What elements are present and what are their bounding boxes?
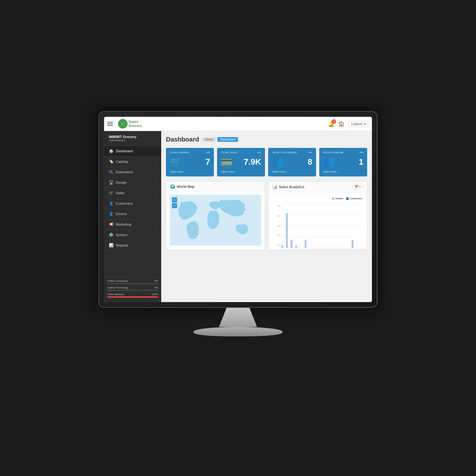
stat-cards-row: TOTAL ORDERS 0% 🛒 7 View more... T [166, 148, 367, 176]
chevron-right-icon: › [155, 212, 156, 215]
monitor-stand-neck [219, 308, 257, 327]
stat-card-people-online[interactable]: PEOPLE ONLINE 0% 👥 1 View more... [319, 148, 367, 176]
breadcrumb: Home Dashboard [202, 137, 238, 142]
stat-card-percent: 0% [206, 151, 210, 154]
widget-actions: 📅 ▾ [352, 184, 363, 189]
sidebar-item-sales[interactable]: 🛒 Sales › [104, 188, 161, 198]
zoom-in-button[interactable]: + [172, 197, 177, 202]
sidebar-item-catalog[interactable]: 🏷️ Catalog › [104, 156, 161, 167]
map-zoom-controls: + − [172, 197, 177, 208]
customers-icon: 👤 [109, 201, 113, 206]
sidebar-item-label: System [116, 233, 128, 237]
legend-customers: Customers [346, 197, 362, 200]
legend-customers-color [346, 197, 349, 200]
progress-label: Orders Processing [107, 286, 128, 289]
widget-title: 📊 Sales Analytics [272, 184, 304, 189]
main-layout: IMMWIT Grocery Administrator 🏠 Dashboard [104, 131, 372, 302]
chevron-right-icon: › [155, 160, 156, 163]
stat-card-total-sales[interactable]: TOTAL SALES 0% 💳 7.9K View more... [217, 148, 265, 176]
sidebar-user: IMMWIT Grocery Administrator [104, 131, 161, 146]
stat-card-link[interactable]: View more... [221, 170, 261, 173]
progress-orders-completed: Orders Completed 0% [107, 280, 158, 284]
sidebar-nav: 🏠 Dashboard 🏷️ Catalog › [104, 146, 161, 277]
design-icon: 🖥️ [109, 180, 113, 185]
stat-card-link[interactable]: View more... [323, 170, 363, 173]
stat-card-value: 1 [359, 157, 363, 167]
breadcrumb-home[interactable]: Home [202, 137, 216, 142]
bar-orders [295, 245, 297, 248]
sales-icon: 🛒 [109, 191, 113, 195]
zoom-out-button[interactable]: − [172, 203, 177, 208]
sidebar-item-marketing[interactable]: 📢 Marketing › [104, 219, 161, 230]
monitor-stand-base [194, 327, 282, 336]
sales-analytics-widget: 📊 Sales Analytics 📅 ▾ [268, 181, 367, 250]
progress-other-statuses: Other Statuses 100% [107, 293, 158, 298]
chevron-right-icon: › [155, 202, 156, 205]
y-axis: 5.0 4.0 3.0 2.0 1.0 [272, 203, 281, 248]
logout-button[interactable]: Logout ↪ [348, 121, 369, 127]
stat-card-title: TOTAL SALES [221, 151, 238, 154]
sidebar-role: Administrator [109, 139, 156, 142]
widget-title: 🌍 World Map [170, 184, 195, 189]
chevron-right-icon: › [155, 181, 156, 184]
sidebar-item-label: Catalog [116, 160, 128, 163]
chart-bars [281, 203, 360, 248]
sidebar-item-label: Sales [116, 191, 125, 195]
stat-card-link[interactable]: View more... [272, 170, 312, 173]
sidebar-item-label: Design [116, 181, 127, 184]
content-area: Dashboard Home Dashboard TOTAL ORDERS 0% [161, 131, 372, 302]
stat-card-value: 7.9K [244, 157, 261, 167]
breadcrumb-current[interactable]: Dashboard [217, 137, 238, 142]
widget-body: Orders Customers [268, 192, 367, 249]
catalog-icon: 🏷️ [109, 159, 113, 164]
navbar-right: 🔔 33 🏠 Logout ↪ [328, 121, 369, 127]
sidebar-item-dashboard[interactable]: 🏠 Dashboard [104, 146, 161, 156]
legend-orders-label: Orders [335, 197, 343, 200]
sidebar-item-customers[interactable]: 👤 Customers › [104, 198, 161, 209]
home-nav-icon[interactable]: 🏠 [338, 121, 345, 127]
cart-icon: 🛒 [170, 156, 182, 168]
widgets-row: 🌍 World Map + − [166, 181, 367, 250]
chevron-right-icon: › [155, 244, 156, 247]
sidebar-item-label: Dashboard [116, 149, 133, 153]
notification-bell[interactable]: 🔔 33 [328, 121, 334, 127]
sidebar-item-reports[interactable]: 📊 Reports › [104, 240, 161, 251]
progress-track [107, 283, 158, 284]
stat-card-link[interactable]: View more... [170, 170, 210, 173]
hamburger-menu[interactable] [107, 121, 115, 127]
world-map-container: + − [169, 195, 261, 246]
logo-icon: 🛒 [118, 119, 128, 129]
chart-legend: Orders Customers [332, 197, 362, 200]
bar-orders [291, 240, 293, 248]
stat-card-total-orders[interactable]: TOTAL ORDERS 0% 🛒 7 View more... [166, 148, 214, 176]
sidebar-item-extensions[interactable]: 🔌 Extensions › [104, 167, 161, 177]
world-map-svg [169, 195, 261, 246]
page-title: Dashboard [166, 136, 199, 143]
stat-card-percent: 0% [257, 151, 261, 154]
world-map-widget: 🌍 World Map + − [166, 181, 265, 250]
customers-card-icon: 👥 [272, 156, 284, 168]
progress-percent: 100% [152, 293, 158, 296]
sidebar-item-design[interactable]: 🖥️ Design › [104, 177, 161, 188]
logo-text: SuperGrocery [129, 120, 142, 128]
legend-customers-label: Customers [350, 197, 362, 200]
stat-card-value: 7 [206, 157, 210, 167]
bar-orders [286, 213, 288, 248]
chevron-right-icon: › [155, 233, 156, 236]
sidebar-item-label: Marketing [116, 222, 131, 226]
progress-percent: 0% [154, 280, 158, 282]
sidebar-item-label: Extensions [116, 170, 133, 174]
stat-card-total-customers[interactable]: TOTAL CUSTOMERS 0% 👥 8 View more... [268, 148, 316, 176]
app-logo: 🛒 SuperGrocery [118, 119, 142, 129]
sidebar-item-drivers[interactable]: 👤 Drivers › [104, 209, 161, 219]
calendar-button[interactable]: 📅 ▾ [352, 184, 363, 189]
sidebar-item-system[interactable]: ⚙️ System › [104, 230, 161, 240]
logout-icon: ↪ [363, 122, 366, 126]
drivers-icon: 👤 [109, 212, 113, 216]
stat-card-percent: 0% [308, 151, 312, 154]
marketing-icon: 📢 [109, 222, 113, 227]
stat-card-title: TOTAL CUSTOMERS [272, 151, 297, 154]
breadcrumb-row: Dashboard Home Dashboard [166, 136, 367, 143]
sidebar-item-label: Drivers [116, 212, 127, 216]
legend-orders: Orders [332, 197, 343, 200]
